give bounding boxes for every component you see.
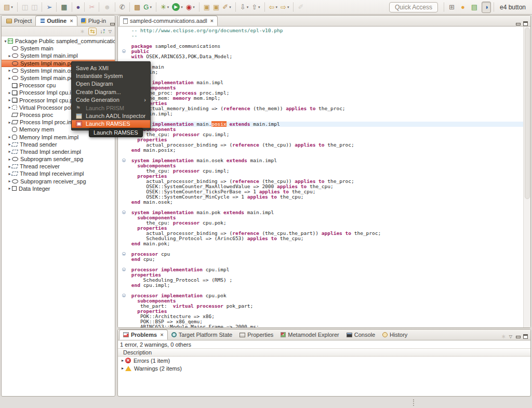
fold-collapse-icon[interactable] bbox=[122, 294, 126, 297]
dropdown-caret-icon[interactable]: ▾ bbox=[193, 5, 195, 9]
fold-ruler[interactable] bbox=[118, 158, 128, 163]
menu-item-launch-ramses[interactable]: Launch RAMSES bbox=[72, 120, 150, 128]
tab-problems[interactable]: Problems✕ bbox=[119, 330, 168, 340]
last-edit-up-button[interactable]: ⇧▾ bbox=[250, 2, 261, 13]
tab-plug-in[interactable]: Plug-in bbox=[77, 16, 110, 26]
menu-item-launch-aadl-inspector[interactable]: Launch AADL Inspector bbox=[72, 112, 150, 120]
debug-button[interactable]: ✳▾ bbox=[159, 2, 170, 13]
forward-button[interactable]: ⇨▾ bbox=[279, 2, 290, 13]
scrollbar-thumb[interactable] bbox=[525, 28, 530, 199]
tab-metamodel-explorer[interactable]: Metamodel Explorer bbox=[277, 330, 342, 340]
dropdown-caret-icon[interactable]: ▾ bbox=[275, 5, 277, 9]
fold-collapse-icon[interactable] bbox=[122, 49, 126, 53]
dropdown-caret-icon[interactable]: ▾ bbox=[150, 5, 152, 9]
menu-item-instantiate-system[interactable]: Instantiate System bbox=[72, 72, 150, 80]
fold-ruler[interactable] bbox=[118, 252, 128, 257]
dropdown-caret-icon[interactable]: ▾ bbox=[167, 5, 169, 9]
expander-icon[interactable]: ▸ bbox=[7, 76, 12, 81]
menu-item-code-generation[interactable]: Code Generation› bbox=[72, 96, 150, 104]
expander-icon[interactable]: ▸ bbox=[7, 105, 12, 110]
tree-item[interactable]: ▸Data Integer bbox=[2, 185, 115, 192]
tree-item[interactable]: ▸System Impl main.impl bbox=[2, 52, 115, 59]
menu-item-create-diagram-[interactable]: Create Diagram... bbox=[72, 88, 150, 96]
editor-tab[interactable]: sampled-communications.aadl ✕ bbox=[119, 16, 218, 26]
statusbar-drag-handle[interactable] bbox=[413, 399, 415, 406]
highlight-button[interactable]: ✐▾ bbox=[221, 2, 232, 13]
tree-item[interactable]: ▸Thread Impl receiver.impl bbox=[2, 170, 115, 177]
tab-history[interactable]: History bbox=[379, 330, 411, 340]
tab-project[interactable]: Project bbox=[3, 16, 35, 26]
tree-item[interactable]: ▸Subprogram sender_spg bbox=[2, 155, 115, 163]
quick-access-input[interactable]: Quick Access bbox=[389, 2, 438, 12]
tab-console[interactable]: Console bbox=[343, 330, 379, 340]
new-wizard-button[interactable]: ▤▾ bbox=[2, 2, 15, 13]
open-folder-button[interactable]: ▣ bbox=[211, 2, 221, 13]
editor-vertical-scrollbar[interactable] bbox=[523, 27, 530, 328]
open-perspective-button[interactable]: ⊞ bbox=[447, 2, 457, 13]
sort-button[interactable]: ↓az bbox=[100, 29, 105, 34]
fold-ruler[interactable] bbox=[118, 293, 128, 298]
maximize-button[interactable] bbox=[523, 334, 528, 339]
select-tool-button[interactable]: ➢ bbox=[45, 2, 54, 13]
fold-ruler[interactable] bbox=[118, 267, 128, 272]
view-menu-button[interactable]: ▽ bbox=[109, 29, 112, 34]
fold-collapse-icon[interactable] bbox=[122, 159, 126, 162]
menu-item-open-diagram[interactable]: Open Diagram bbox=[72, 80, 150, 88]
dropdown-caret-icon[interactable]: ▾ bbox=[11, 5, 13, 9]
expander-icon[interactable]: ▸ bbox=[120, 358, 125, 363]
profile-button[interactable]: ◉▾ bbox=[184, 2, 196, 13]
dropdown-caret-icon[interactable]: ▾ bbox=[181, 5, 183, 9]
expander-icon[interactable]: ▾ bbox=[3, 39, 8, 44]
instantiate-button[interactable]: ● bbox=[75, 2, 82, 13]
expander-icon[interactable]: ▸ bbox=[7, 157, 12, 162]
fold-ruler[interactable] bbox=[118, 49, 128, 54]
fold-collapse-icon[interactable] bbox=[122, 210, 126, 214]
fold-collapse-icon[interactable] bbox=[122, 268, 126, 271]
close-icon[interactable]: ✕ bbox=[160, 333, 164, 337]
modeling-perspective-button[interactable]: ▤ bbox=[469, 2, 480, 13]
maximize-button[interactable] bbox=[523, 21, 528, 26]
tree-item[interactable]: ▸Subprogram receiver_spg bbox=[2, 178, 115, 185]
dropdown-caret-icon[interactable]: ▾ bbox=[258, 5, 260, 9]
open-plugin-artifact-button[interactable]: ▣ bbox=[202, 2, 211, 13]
minimize-button[interactable] bbox=[110, 21, 114, 26]
tree-item[interactable]: ▾Package Public sampled_communications_p bbox=[2, 37, 115, 45]
tab-target-platform-state[interactable]: Target Platform State bbox=[168, 330, 236, 340]
update-button[interactable]: G▾ bbox=[142, 2, 153, 13]
problems-row[interactable]: ▸Warnings (2 items) bbox=[118, 364, 530, 372]
fold-ruler[interactable] bbox=[118, 210, 128, 215]
tab-outline[interactable]: Outline✕ bbox=[35, 16, 77, 26]
tree-item[interactable]: ▸Thread receiver bbox=[2, 163, 115, 170]
e4-button-label[interactable]: e4 button bbox=[500, 4, 526, 11]
tab-properties[interactable]: Properties bbox=[236, 330, 277, 340]
attach-button[interactable]: ✆ bbox=[118, 2, 127, 13]
last-edit-down-button[interactable]: ⇩▾ bbox=[238, 2, 250, 13]
plugin-package-button[interactable]: ▩ bbox=[132, 2, 142, 13]
menu-item-save-as-xmi[interactable]: Save As XMI bbox=[72, 64, 150, 72]
expander-icon[interactable]: ▸ bbox=[7, 90, 12, 95]
dropdown-caret-icon[interactable]: ▾ bbox=[247, 5, 249, 9]
description-column-header[interactable]: Description bbox=[118, 348, 530, 357]
problems-row[interactable]: ▸✕Errors (1 item) bbox=[118, 357, 530, 364]
expander-icon[interactable]: ▸ bbox=[7, 135, 12, 139]
workspace-model-button[interactable]: ▦ bbox=[59, 2, 69, 13]
expander-icon[interactable]: ▸ bbox=[7, 186, 12, 191]
expander-icon[interactable]: ▸ bbox=[7, 98, 12, 102]
dropdown-caret-icon[interactable]: ▾ bbox=[229, 5, 231, 9]
e4-perspective-button[interactable]: ◑ bbox=[482, 2, 491, 13]
minimize-button[interactable] bbox=[515, 21, 520, 26]
link-with-editor-button[interactable]: ⇆ bbox=[88, 28, 96, 35]
dropdown-caret-icon[interactable]: ▾ bbox=[287, 5, 289, 9]
expander-icon[interactable]: ▸ bbox=[7, 68, 12, 73]
code-editor-area[interactable]: -- http://www.eclipse.org/org/documents/… bbox=[118, 27, 530, 328]
tree-item[interactable]: ▸Thread sender bbox=[2, 141, 115, 148]
fold-collapse-icon[interactable] bbox=[122, 252, 126, 256]
close-icon[interactable]: ✕ bbox=[210, 19, 214, 23]
back-button[interactable]: ⇦▾ bbox=[268, 2, 279, 13]
expander-icon[interactable]: ▸ bbox=[7, 179, 12, 183]
close-icon[interactable]: ✕ bbox=[70, 19, 73, 23]
expander-icon[interactable]: ▸ bbox=[120, 366, 125, 371]
expander-icon[interactable]: ▸ bbox=[7, 54, 12, 58]
run-button[interactable]: ▶▾ bbox=[170, 2, 184, 13]
view-menu-button[interactable]: ▽ bbox=[509, 334, 512, 339]
